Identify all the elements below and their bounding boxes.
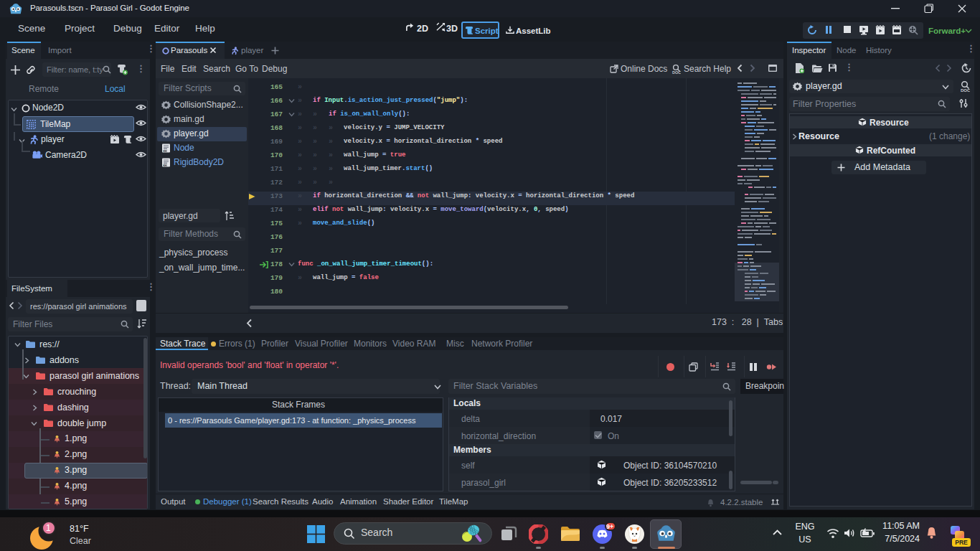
svg-text:DOC: DOC <box>163 150 169 153</box>
svg-text:DOC: DOC <box>672 70 681 75</box>
svg-text:DOC: DOC <box>961 88 970 93</box>
svg-text:DOC: DOC <box>163 164 169 167</box>
